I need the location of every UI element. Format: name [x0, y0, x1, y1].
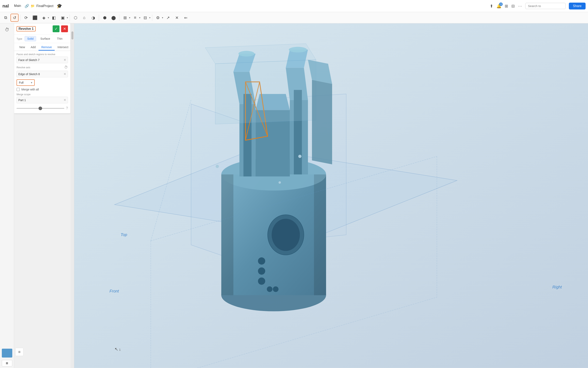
faces-clear-icon[interactable]: ✕	[64, 58, 66, 62]
tool-pattern-dropdown[interactable]: ▾	[67, 16, 68, 19]
tool-settings-dropdown[interactable]: ▾	[162, 16, 163, 19]
opacity-slider[interactable]	[17, 108, 64, 109]
help-icon[interactable]: ?	[66, 106, 68, 110]
folder-icon: 📁	[31, 4, 35, 8]
cancel-button[interactable]: ✕	[61, 25, 68, 32]
toolbar: ⧉ ↺ ⟳ ⬛ ◈ ▾ ◧ ▣ ▾ ⬡ ⌂ ◑ ⬢ ⬤ ⊞ ▾ ≡ ▾ ⊟ ▾ …	[0, 12, 588, 23]
tool-history[interactable]: ⧉	[2, 14, 10, 22]
scroll-thumb[interactable]	[71, 31, 73, 39]
svg-point-41	[298, 155, 302, 158]
svg-rect-7	[221, 175, 233, 295]
mode-new[interactable]: New	[17, 44, 28, 51]
faces-label: Faces and sketch regions to revolve	[17, 53, 68, 56]
svg-point-42	[278, 181, 281, 184]
faces-value: Face of Sketch 7	[18, 58, 39, 62]
tool-plane-dropdown[interactable]: ▾	[129, 16, 130, 19]
cursor-label: 1	[119, 348, 121, 351]
notification-badge: 3	[499, 2, 503, 6]
tool-settings[interactable]: ⚙	[154, 14, 162, 22]
viewport[interactable]: Front Right Top ↖ 1	[74, 23, 588, 368]
revolve-title: Revolve 1	[17, 26, 36, 31]
svg-point-11	[258, 258, 265, 265]
tool-shell[interactable]: ⬛	[31, 14, 39, 22]
sidebar-history-btn[interactable]: ⏱	[2, 25, 12, 35]
mode-add[interactable]: Add	[28, 44, 38, 51]
right-label: Right	[552, 285, 562, 289]
grid-icon[interactable]: ⊟	[511, 4, 515, 9]
sidebar-blue-preview	[2, 349, 12, 358]
faces-value-row[interactable]: Face of Sketch 7 ✕	[17, 57, 68, 63]
tool-revolve[interactable]: ↺	[10, 14, 19, 22]
axis-action-icon[interactable]: ⏱	[64, 65, 68, 70]
tool-move[interactable]: ⇐	[182, 14, 190, 22]
tool-view-dropdown[interactable]: ▾	[139, 16, 140, 19]
svg-marker-31	[215, 60, 316, 124]
merge-scope-clear-icon[interactable]: ✕	[64, 98, 66, 102]
cursor-area: ↖ 1	[114, 347, 121, 352]
svg-point-14	[267, 286, 272, 292]
mode-remove[interactable]: Remove	[38, 44, 55, 51]
axis-label-row: Revolve axis ⏱	[17, 65, 68, 70]
tool-group-1: ◈ ▾	[40, 14, 49, 22]
panel-body: Faces and sketch regions to revolve Face…	[14, 51, 70, 113]
tool-fillet[interactable]: ⬡	[71, 14, 79, 22]
confirm-button[interactable]: ✓	[53, 25, 59, 32]
tool-mirror[interactable]: ◧	[50, 14, 58, 22]
left-sidebar: ⏱ ≡	[0, 23, 14, 368]
toolbar-separator-4	[119, 15, 119, 21]
mode-tabs-row: New Add Remove Intersect	[14, 43, 70, 51]
bottom-list-btn[interactable]: ≡	[15, 348, 23, 356]
svg-point-10	[272, 219, 300, 251]
tab-solid[interactable]: Solid	[25, 36, 36, 41]
tool-insert-dropdown[interactable]: ▾	[149, 16, 151, 19]
tool-insert[interactable]: ⊟	[141, 14, 149, 22]
merge-scope-value-row[interactable]: Part 1 ✕	[17, 97, 68, 103]
tool-boolean-dropdown[interactable]: ▾	[48, 16, 49, 19]
tab-main[interactable]: Main	[12, 3, 23, 9]
axis-clear-icon[interactable]: ✕	[64, 72, 66, 76]
axis-value: Edge of Sketch 8	[18, 73, 40, 76]
axis-value-row[interactable]: Edge of Sketch 8 ✕	[17, 71, 68, 77]
tool-delete[interactable]: ✕	[173, 14, 181, 22]
extent-dropdown-arrow: ▾	[31, 81, 32, 84]
tool-view[interactable]: ≡	[131, 14, 139, 22]
tool-pattern[interactable]: ▣	[59, 14, 67, 22]
tool-group-plane: ⊞ ▾	[121, 14, 130, 22]
svg-point-15	[273, 286, 278, 292]
revolve-title-bar: Revolve 1 ✓ ✕	[14, 23, 70, 35]
top-label: Top	[121, 232, 127, 237]
search-input[interactable]	[525, 3, 566, 9]
link-icon: 🔗	[25, 4, 29, 8]
type-tabs-row: Type Solid Surface Thin	[14, 35, 70, 43]
tool-boolean[interactable]: ◈	[40, 14, 48, 22]
slider-row: ?	[17, 105, 68, 111]
tab-thin[interactable]: Thin	[55, 36, 65, 41]
tool-draft[interactable]: ◑	[89, 14, 97, 22]
tool-measure[interactable]: ⬢	[101, 14, 109, 22]
app-title: nal	[2, 3, 9, 9]
breadcrumb-project: FinalProject	[36, 4, 53, 8]
merge-scope-group: Merge scope Part 1 ✕	[17, 93, 68, 103]
tool-chamfer[interactable]: ⌂	[80, 14, 88, 22]
tool-3dsketch[interactable]: ⬤	[110, 14, 118, 22]
share-button[interactable]: Share	[569, 3, 586, 9]
mode-intersect[interactable]: Intersect	[55, 44, 71, 51]
svg-point-12	[258, 267, 265, 275]
tool-extrude[interactable]: ⟳	[22, 14, 30, 22]
type-label: Type	[17, 37, 22, 40]
tool-group-2: ▣ ▾	[59, 14, 68, 22]
merge-all-checkbox[interactable]	[17, 88, 20, 91]
merge-scope-label: Merge scope	[17, 93, 68, 96]
layout-icon[interactable]: ⊞	[505, 4, 508, 9]
notifications-icon[interactable]: 🔔 3	[496, 4, 502, 9]
svg-marker-33	[312, 80, 332, 164]
svg-rect-8	[314, 175, 326, 295]
extent-dropdown[interactable]: Full ▾	[17, 79, 35, 86]
more-icon[interactable]: ⋯	[518, 4, 522, 9]
scroll-track-area	[71, 23, 74, 368]
export-icon[interactable]: ⬆	[490, 4, 493, 9]
tool-plane[interactable]: ⊞	[121, 14, 129, 22]
tool-pointer[interactable]: ↗	[164, 14, 172, 22]
tab-surface[interactable]: Surface	[38, 36, 53, 41]
sidebar-list-btn[interactable]: ≡	[2, 360, 12, 366]
